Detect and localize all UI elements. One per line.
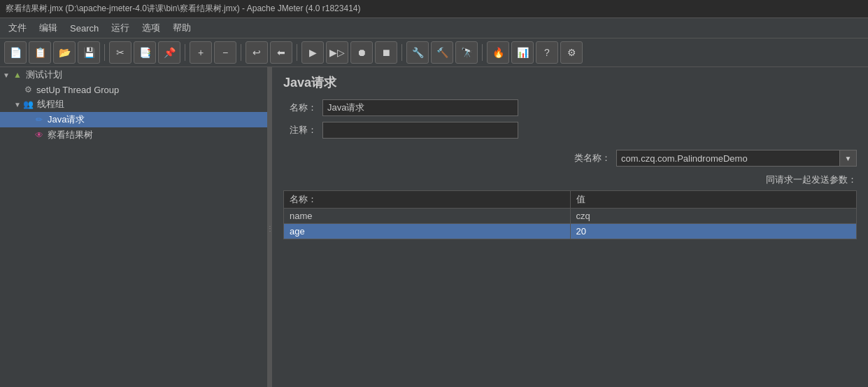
toolbar-button-clear[interactable]: ↩ <box>246 41 268 64</box>
params-header-label: 同请求一起发送参数： <box>766 174 857 186</box>
main-layout: ▼▲测试计划⚙setUp Thread Group▼👥线程组✏Java请求👁察看… <box>0 67 868 387</box>
toolbar-button-add[interactable]: + <box>190 41 212 64</box>
table-row[interactable]: nameczq <box>284 209 857 224</box>
param-name-cell: age <box>284 224 571 239</box>
toolbar-separator-23 <box>482 44 483 61</box>
toolbar-button-remote-start[interactable]: 🔧 <box>406 41 429 64</box>
menu-item-Search[interactable]: Search <box>64 21 104 36</box>
tree-icon-java-request: ✏ <box>34 114 45 125</box>
params-table-header: 名称： 值 <box>284 191 857 209</box>
menu-item-文件[interactable]: 文件 <box>3 20 32 36</box>
col-name-header: 名称： <box>284 191 571 209</box>
toolbar-button-remote-clear[interactable]: 🔭 <box>455 41 478 64</box>
tree-label-view-results: 察看结果树 <box>48 129 93 141</box>
tree-icon-setup-thread-group: ⚙ <box>22 84 34 95</box>
menu-item-编辑[interactable]: 编辑 <box>34 20 63 36</box>
toolbar-button-settings[interactable]: ⚙ <box>560 41 583 64</box>
comment-label: 注释： <box>283 124 317 136</box>
tree-arrow-thread-group: ▼ <box>14 101 21 108</box>
toolbar-separator-4 <box>104 44 105 61</box>
name-row: 名称： <box>283 99 857 116</box>
panel-title: Java请求 <box>283 74 857 91</box>
param-value-cell: czq <box>570 209 857 224</box>
menu-item-运行[interactable]: 运行 <box>106 20 135 36</box>
classname-label: 类名称： <box>574 152 611 164</box>
name-input[interactable] <box>322 99 518 116</box>
toolbar-button-shutdown[interactable]: ⏹ <box>375 41 397 64</box>
classname-dropdown-button[interactable]: ▼ <box>840 150 857 167</box>
menu-item-帮助[interactable]: 帮助 <box>167 20 197 36</box>
toolbar-button-run[interactable]: ▶ <box>301 41 324 64</box>
comment-row: 注释： <box>283 122 857 139</box>
toolbar-button-open[interactable]: 📂 <box>53 41 76 64</box>
tree-icon-thread-group: 👥 <box>23 99 34 110</box>
content-panel: Java请求 名称： 注释： 类名称： ▼ 同请求一起发送参数： <box>272 67 868 387</box>
tree-label-test-plan: 测试计划 <box>26 69 62 81</box>
toolbar-button-paste[interactable]: 📌 <box>158 41 180 64</box>
title-bar: 察看结果树.jmx (D:\apache-jmeter-4.0讲课\bin\察看… <box>0 0 868 18</box>
toolbar-button-aggregate[interactable]: 📊 <box>511 41 534 64</box>
toolbar-button-template[interactable]: 📋 <box>29 41 51 64</box>
toolbar-separator-8 <box>185 44 185 61</box>
table-row[interactable]: age20 <box>284 224 857 239</box>
tree-item-thread-group[interactable]: ▼👥线程组 <box>0 97 267 112</box>
toolbar: 📄📋📂💾✂📑📌+−↩⬅▶▶▷⏺⏹🔧🔨🔭🔥📊?⚙ <box>0 38 868 67</box>
toolbar-button-cut[interactable]: ✂ <box>109 41 131 64</box>
param-name-cell: name <box>284 209 571 224</box>
col-value-header: 值 <box>570 191 857 209</box>
tree-item-test-plan[interactable]: ▼▲测试计划 <box>0 67 267 83</box>
param-value-cell: 20 <box>570 224 857 239</box>
classname-wrapper: ▼ <box>616 150 857 167</box>
tree-label-java-request: Java请求 <box>48 113 85 126</box>
toolbar-button-run-no-pauses[interactable]: ▶▷ <box>326 41 348 64</box>
comment-input[interactable] <box>322 122 518 139</box>
tree-item-java-request[interactable]: ✏Java请求 <box>0 112 267 127</box>
menu-bar: 文件编辑Search运行选项帮助 <box>0 18 868 38</box>
tree-item-view-results[interactable]: 👁察看结果树 <box>0 127 267 143</box>
menu-item-选项[interactable]: 选项 <box>136 20 166 36</box>
tree-label-thread-group: 线程组 <box>37 98 64 111</box>
name-label: 名称： <box>283 101 317 114</box>
toolbar-separator-19 <box>401 44 402 61</box>
classname-input[interactable] <box>616 150 840 167</box>
tree-icon-view-results: 👁 <box>34 129 45 141</box>
tree-panel: ▼▲测试计划⚙setUp Thread Group▼👥线程组✏Java请求👁察看… <box>0 67 268 387</box>
tree-item-setup-thread-group[interactable]: ⚙setUp Thread Group <box>0 83 267 97</box>
toolbar-button-help[interactable]: ? <box>536 41 558 64</box>
toolbar-button-remove[interactable]: − <box>214 41 236 64</box>
toolbar-separator-11 <box>241 44 241 61</box>
tree-icon-test-plan: ▲ <box>12 69 23 80</box>
toolbar-button-stop[interactable]: ⏺ <box>350 41 373 64</box>
params-table: 名称： 值 nameczqage20 <box>283 190 857 239</box>
toolbar-button-copy[interactable]: 📑 <box>134 41 156 64</box>
tree-label-setup-thread-group: setUp Thread Group <box>36 85 119 95</box>
toolbar-button-new[interactable]: 📄 <box>4 41 27 64</box>
toolbar-button-save[interactable]: 💾 <box>78 41 100 64</box>
tree-arrow-test-plan: ▼ <box>3 71 10 79</box>
params-header-row: 同请求一起发送参数： <box>283 174 857 186</box>
classname-row: 类名称： ▼ <box>283 150 857 167</box>
toolbar-separator-14 <box>297 44 297 61</box>
toolbar-button-back[interactable]: ⬅ <box>270 41 292 64</box>
toolbar-button-remote-stop[interactable]: 🔨 <box>431 41 453 64</box>
toolbar-button-function-helper[interactable]: 🔥 <box>487 41 509 64</box>
title-text: 察看结果树.jmx (D:\apache-jmeter-4.0讲课\bin\察看… <box>6 3 360 13</box>
